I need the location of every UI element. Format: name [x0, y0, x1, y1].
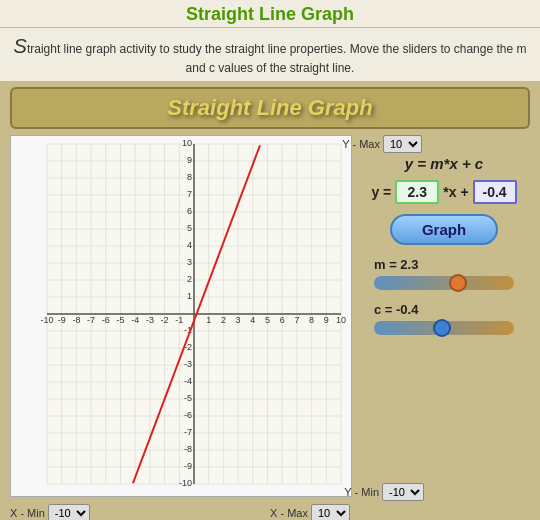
m-slider-label: m = 2.3 [374, 257, 514, 272]
c-slider-label: c = -0.4 [374, 302, 514, 317]
xmax-label: X - Max [270, 507, 308, 519]
xmin-select[interactable]: -10-9-8 [48, 504, 90, 520]
graph-button[interactable]: Graph [390, 214, 498, 245]
xmin-label: X - Min [10, 507, 45, 519]
graph-canvas [10, 135, 352, 497]
c-slider[interactable] [374, 321, 514, 335]
ymax-label: Y - Max [342, 138, 380, 150]
ymin-select[interactable]: -10-9-8 [382, 483, 424, 501]
m-slider[interactable] [374, 276, 514, 290]
big-s: S [14, 35, 27, 57]
ymin-label: Y - Min [344, 486, 379, 498]
eq-y-label: y = [371, 184, 391, 200]
description-text: Straight line graph activity to study th… [14, 42, 527, 75]
banner-title: Straight Line Graph [12, 95, 528, 121]
eq-times-label: *x + [443, 184, 468, 200]
ymax-select[interactable]: 10987 65 [383, 135, 422, 153]
equation-formula: y = m*x + c [405, 155, 483, 172]
xmax-select[interactable]: 1098 [311, 504, 350, 520]
page-title: Straight Line Graph [0, 4, 540, 25]
c-value-box: -0.4 [473, 180, 517, 204]
m-value-box: 2.3 [395, 180, 439, 204]
